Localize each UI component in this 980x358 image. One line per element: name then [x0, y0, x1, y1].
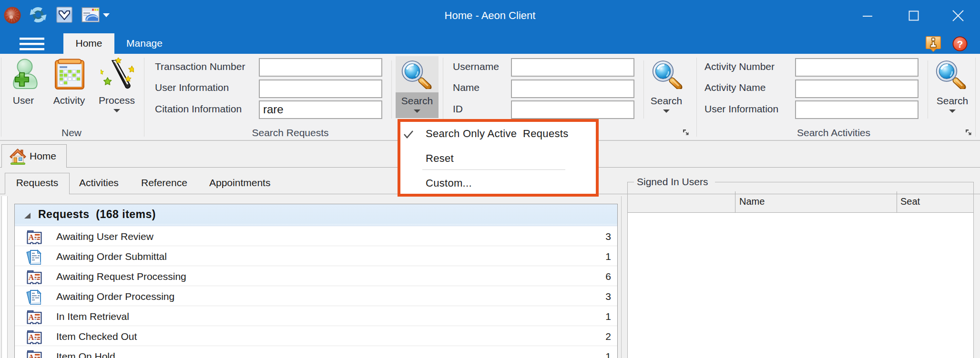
svg-text:?: ?	[957, 39, 963, 50]
